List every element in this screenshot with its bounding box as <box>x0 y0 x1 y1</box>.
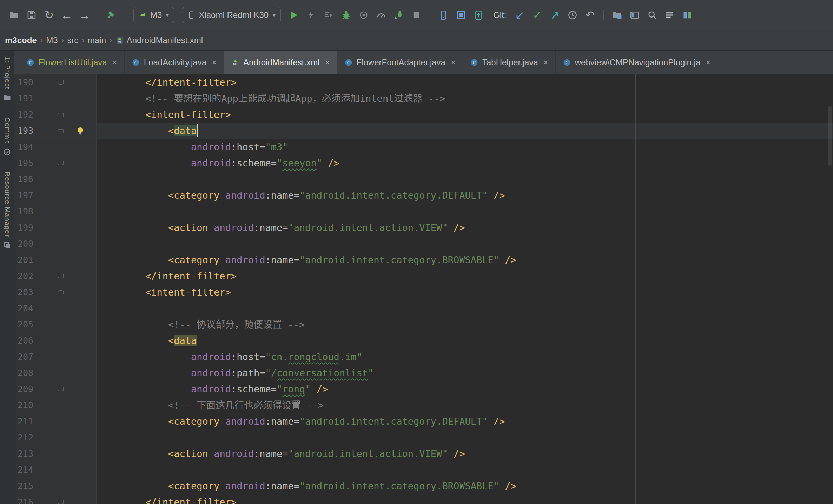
code-line[interactable] <box>97 171 833 187</box>
code-token <box>100 367 191 378</box>
project-structure-button[interactable] <box>609 7 625 23</box>
layout-inspector-button[interactable] <box>453 7 469 23</box>
code-token: "android.intent.action.VIEW" <box>288 222 448 233</box>
search-everywhere-button[interactable] <box>644 7 660 23</box>
coverage-button[interactable] <box>356 7 371 23</box>
tab-flowerlistutil-java[interactable]: CFlowerListUtil.java× <box>19 51 125 74</box>
close-icon[interactable]: × <box>706 58 710 67</box>
close-icon[interactable]: × <box>112 58 117 67</box>
close-icon[interactable]: × <box>325 58 330 67</box>
close-icon[interactable]: × <box>543 58 548 67</box>
tab-webview-cmpnavigationplugin-ja[interactable]: Cwebview\CMPNavigationPlugin.ja× <box>556 51 718 74</box>
screen-keyboard-button[interactable] <box>662 7 677 23</box>
git-commit-button[interactable]: ✓ <box>530 7 545 23</box>
device-file-explorer-button[interactable] <box>471 7 486 23</box>
code-line[interactable]: android:scheme="seeyon" /> <box>97 155 833 171</box>
fold-marker-icon[interactable] <box>58 290 64 294</box>
breadcrumb-item-src[interactable]: src <box>67 35 78 45</box>
attach-profiler-button[interactable] <box>391 7 406 23</box>
tab-flowerfootadapter-java[interactable]: CFlowerFootAdapter.java× <box>337 51 463 74</box>
stop-button[interactable] <box>409 7 424 23</box>
code-line[interactable]: <data <box>97 333 833 349</box>
device-manager-button[interactable] <box>680 7 695 23</box>
code-token <box>448 222 454 233</box>
code-line[interactable]: <category android:name="android.intent.c… <box>97 252 833 268</box>
fold-marker-icon[interactable] <box>58 500 64 504</box>
screen-capture-button[interactable] <box>436 7 451 23</box>
code-line[interactable]: <!-- 协议部分，随便设置 --> <box>97 317 833 333</box>
back-button[interactable]: ← <box>59 7 74 23</box>
fold-marker-icon[interactable] <box>58 113 64 117</box>
editor[interactable]: 190 </intent-filter>191 <!-- 要想在别的App上能成… <box>14 74 833 504</box>
sync-button[interactable]: ↻ <box>41 7 57 23</box>
code-line[interactable]: <category android:name="android.intent.c… <box>97 478 833 494</box>
tab-tabhelper-java[interactable]: CTabHelper.java× <box>463 51 556 74</box>
fold-marker-icon[interactable] <box>58 274 64 278</box>
code-line[interactable]: </intent-filter> <box>97 74 833 91</box>
code-line[interactable]: <intent-filter> <box>97 107 833 123</box>
tool-button-commit[interactable]: Commit <box>3 117 11 156</box>
run-config-select[interactable]: M3▾ <box>133 7 174 23</box>
code-line[interactable]: <data <box>97 123 833 139</box>
run-button[interactable] <box>286 7 301 23</box>
fold-marker-icon[interactable] <box>58 129 64 133</box>
git-push-button[interactable]: ↗ <box>547 7 563 23</box>
debug-button[interactable] <box>338 7 354 23</box>
fold-marker-icon[interactable] <box>58 387 64 391</box>
code-line[interactable]: </intent-filter> <box>97 268 833 284</box>
code-line[interactable] <box>97 204 833 220</box>
breadcrumb-item-main[interactable]: main <box>88 35 106 45</box>
profile-button[interactable] <box>373 7 389 23</box>
build-button[interactable] <box>104 7 119 23</box>
git-history-button[interactable] <box>565 7 580 23</box>
breadcrumb-item-m3code[interactable]: m3code <box>5 35 37 45</box>
code-token <box>219 416 225 427</box>
code-line[interactable] <box>97 236 833 252</box>
code-line[interactable]: <!-- 要想在别的App上能成功调起App，必须添加intent过滤器 --> <box>97 91 833 107</box>
git-update-button[interactable]: ↙ <box>512 7 528 23</box>
git-rollback-button[interactable]: ↶ <box>582 7 598 23</box>
editor-preview-button[interactable] <box>627 7 642 23</box>
apply-code-changes-button[interactable] <box>321 7 336 23</box>
tool-button-resource-manager[interactable]: Resource Manager <box>3 172 11 250</box>
gutter: 195 <box>14 155 97 171</box>
device-select[interactable]: Xiaomi Redmi K30▾ <box>182 7 281 23</box>
close-icon[interactable]: × <box>451 58 456 67</box>
code-line[interactable]: <!-- 下面这几行也必须得设置 --> <box>97 397 833 413</box>
editor-scrollbar[interactable] <box>827 74 833 504</box>
code-line[interactable]: android:host="m3" <box>97 139 833 155</box>
code-line[interactable] <box>97 430 833 446</box>
gutter: 191 <box>14 91 97 107</box>
tab-androidmanifest-xml[interactable]: MFAndroidManifest.xml× <box>224 51 337 74</box>
code-line[interactable]: android:path="/conversationlist" <box>97 365 833 381</box>
tool-button-project[interactable]: 1: Project <box>3 56 11 102</box>
gutter-icon-area <box>69 139 96 155</box>
code-line[interactable]: android:scheme="rong" /> <box>97 381 833 397</box>
code-line[interactable] <box>97 462 833 478</box>
fold-marker-icon[interactable] <box>58 161 64 165</box>
forward-button[interactable]: → <box>77 7 92 23</box>
code-line[interactable]: </intent-filter> <box>97 494 833 504</box>
open-project-button[interactable] <box>6 7 22 23</box>
code-line[interactable]: <category android:name="android.intent.c… <box>97 187 833 204</box>
code-line[interactable]: <action android:name="android.intent.act… <box>97 446 833 462</box>
fold-marker-icon[interactable] <box>58 80 64 85</box>
tab-loadactivity-java[interactable]: CLoadActivity.java× <box>125 51 224 74</box>
breadcrumb-item-androidmanifest-xml[interactable]: MFAndroidManifest.xml <box>115 35 203 45</box>
save-all-button[interactable] <box>24 7 39 23</box>
code-line[interactable]: <intent-filter> <box>97 284 833 300</box>
code-line[interactable]: android:host="cn.rongcloud.im" <box>97 349 833 365</box>
code-line[interactable]: <action android:name="android.intent.act… <box>97 220 833 236</box>
intention-bulb-icon[interactable] <box>75 126 85 136</box>
line-number: 197 <box>18 187 52 204</box>
scrollbar-thumb[interactable] <box>828 106 832 166</box>
code-token: "android.intent.action.VIEW" <box>288 448 448 459</box>
code-line[interactable] <box>97 300 833 317</box>
apply-changes-button[interactable] <box>303 7 319 23</box>
close-icon[interactable]: × <box>212 58 217 67</box>
code-line[interactable]: <category android:name="android.intent.c… <box>97 413 833 430</box>
breadcrumb-item-m3[interactable]: M3 <box>46 35 58 45</box>
gutter: 205 <box>14 317 97 333</box>
svg-text:C: C <box>29 60 32 65</box>
code-token <box>208 222 214 233</box>
